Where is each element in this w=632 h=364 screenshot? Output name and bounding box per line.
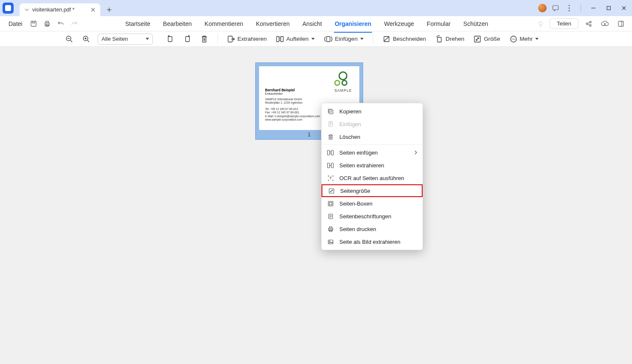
menubar: Datei Startseite Bearbeiten Kommentieren…	[0, 16, 632, 31]
svg-point-12	[590, 25, 591, 26]
ctx-extract-image[interactable]: Seite als Bild extrahieren	[322, 235, 423, 248]
ctx-insert-pages-label: Seiten einfügen	[339, 150, 378, 156]
card-logo: SAMPLE	[334, 71, 353, 93]
ctx-page-size[interactable]: Seitengröße	[322, 184, 423, 197]
canvas[interactable]: SAMPLE Bernhard Beispiel Einkaufsleiter …	[0, 48, 632, 364]
ctx-page-boxes[interactable]: Seiten-Boxen	[322, 197, 423, 210]
feedback-icon[interactable]	[551, 3, 560, 13]
svg-point-3	[569, 10, 570, 11]
page-size-icon	[327, 187, 335, 195]
crop-button[interactable]: Beschneiden	[381, 34, 428, 45]
ctx-print-pages-label: Seiten drucken	[339, 226, 376, 232]
crop-label: Beschneiden	[393, 36, 426, 42]
ctx-ocr[interactable]: OCR auf Seiten ausführen	[322, 172, 423, 184]
save-icon[interactable]	[28, 18, 40, 30]
kebab-menu-icon[interactable]	[564, 3, 574, 13]
ctx-insert-pages[interactable]: Seiten einfügen	[322, 146, 423, 159]
menu-konvertieren[interactable]: Konvertieren	[255, 18, 291, 30]
ctx-copy-label: Kopieren	[339, 108, 361, 115]
menu-bearbeiten[interactable]: Bearbeiten	[162, 18, 193, 30]
chevron-down-icon	[535, 38, 539, 40]
card-company: SAMPLE International GmbH	[265, 98, 353, 101]
svg-point-26	[511, 39, 512, 40]
svg-point-10	[586, 23, 588, 25]
ctx-extract-pages-label: Seiten extrahieren	[339, 162, 384, 169]
svg-point-44	[329, 241, 330, 242]
titlebar: visitenkarten.pdf *	[0, 0, 632, 16]
svg-rect-19	[276, 37, 279, 42]
ctx-page-labels[interactable]: Seitenbeschriftungen	[322, 210, 423, 223]
menu-organisieren[interactable]: Organisieren	[334, 18, 372, 30]
panel-toggle-icon[interactable]	[615, 18, 627, 30]
document-tab[interactable]: visitenkarten.pdf *	[20, 3, 100, 16]
menu-formular[interactable]: Formular	[426, 18, 451, 30]
main-menus: Startseite Bearbeiten Kommentieren Konve…	[124, 18, 489, 30]
ctx-delete[interactable]: Löschen	[322, 130, 423, 143]
menu-startseite[interactable]: Startseite	[124, 18, 151, 30]
svg-rect-32	[327, 150, 330, 155]
app-logo-icon[interactable]	[3, 3, 14, 14]
context-menu: Kopieren Einfügen Löschen Seiten einfüge…	[321, 103, 423, 250]
extract-button[interactable]: Extrahieren	[226, 34, 268, 45]
close-tab-button[interactable]	[89, 6, 97, 14]
page-labels-icon	[327, 212, 334, 220]
new-tab-button[interactable]	[103, 3, 116, 16]
rotate-right-page-icon[interactable]	[182, 34, 193, 45]
ctx-paste-label: Einfügen	[339, 121, 361, 127]
cloud-upload-icon[interactable]	[599, 18, 611, 30]
menu-werkzeuge[interactable]: Werkzeuge	[383, 18, 415, 30]
svg-rect-16	[168, 37, 172, 42]
redo-icon[interactable]	[68, 18, 80, 30]
ctx-extract-image-label: Seite als Bild extrahieren	[339, 239, 401, 245]
paste-icon	[327, 120, 334, 128]
menu-ansicht[interactable]: Ansicht	[302, 18, 323, 30]
menu-kommentieren[interactable]: Kommentieren	[204, 18, 244, 30]
tabs: visitenkarten.pdf *	[20, 0, 116, 16]
svg-rect-37	[328, 201, 333, 206]
share-button[interactable]: Teilen	[550, 18, 578, 29]
extract-pages-icon	[327, 161, 334, 169]
ctx-ocr-label: OCR auf Seiten ausführen	[339, 175, 404, 181]
more-button[interactable]: Mehr	[508, 34, 541, 45]
chevron-down-icon	[311, 38, 315, 40]
rotate-button[interactable]: Drehen	[434, 34, 466, 45]
tab-title: visitenkarten.pdf *	[32, 7, 86, 13]
svg-point-11	[590, 21, 591, 23]
svg-point-2	[569, 8, 570, 9]
titlebar-right	[538, 3, 629, 14]
ctx-extract-pages[interactable]: Seiten extrahieren	[322, 159, 423, 172]
insert-label: Einfügen	[335, 36, 358, 42]
extract-label: Extrahieren	[237, 36, 267, 42]
lightbulb-icon[interactable]	[536, 19, 545, 28]
undo-icon[interactable]	[55, 18, 67, 30]
rotate-left-page-icon[interactable]	[165, 34, 176, 45]
size-label: Größe	[484, 36, 500, 42]
window-minimize-button[interactable]	[588, 3, 599, 14]
svg-rect-34	[327, 163, 330, 168]
ocr-icon	[327, 174, 334, 182]
menu-schuetzen[interactable]: Schützen	[463, 18, 489, 30]
ctx-page-boxes-label: Seiten-Boxen	[339, 200, 372, 207]
zoom-in-icon[interactable]	[81, 34, 92, 45]
chevron-right-icon	[414, 150, 418, 155]
delete-page-icon[interactable]	[199, 34, 210, 45]
pages-filter-select[interactable]: Alle Seiten	[98, 34, 153, 45]
print-icon[interactable]	[41, 18, 53, 30]
ctx-print-pages[interactable]: Seiten drucken	[322, 223, 423, 235]
svg-rect-21	[327, 37, 330, 42]
window-close-button[interactable]	[618, 3, 629, 14]
user-avatar[interactable]	[538, 4, 547, 12]
svg-rect-20	[281, 37, 283, 42]
card-role: Einkaufsleiter	[265, 92, 353, 95]
svg-point-28	[514, 39, 515, 40]
size-button[interactable]: Größe	[472, 34, 502, 45]
split-button[interactable]: Aufteilen	[274, 34, 316, 45]
window-maximize-button[interactable]	[603, 3, 614, 14]
share-nodes-icon[interactable]	[583, 18, 595, 30]
svg-rect-41	[329, 227, 332, 229]
svg-rect-13	[618, 21, 624, 26]
file-menu[interactable]: Datei	[5, 18, 26, 29]
zoom-out-icon[interactable]	[64, 34, 75, 45]
insert-button[interactable]: Einfügen	[322, 34, 365, 45]
ctx-copy[interactable]: Kopieren	[322, 105, 423, 118]
